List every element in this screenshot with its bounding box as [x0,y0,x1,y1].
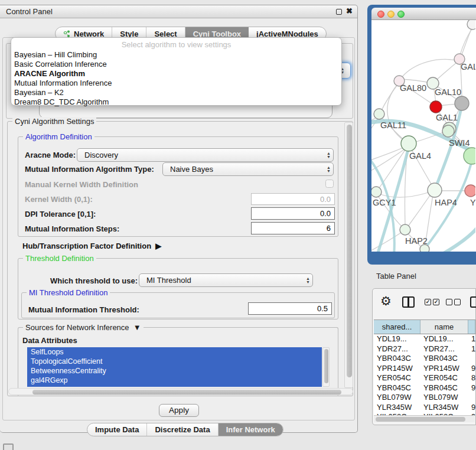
algorithm-option[interactable]: Dream8 DC_TDC Algorithm [11,97,341,107]
node-label: HAP2 [405,236,428,246]
network-view-window: GALGAL80GAL10GAL1GAL11GAL4SWI4GCY1HAP4YH… [367,5,476,265]
table-cell[interactable]: YDL19... [374,334,420,344]
table-cell[interactable]: 9. [468,403,475,413]
table-cell[interactable]: YBL079W [420,393,468,403]
attribute-list-item-selected[interactable]: TopologicalCoefficient [27,357,322,366]
table-cell[interactable]: YBR043C [420,354,468,364]
network-edge[interactable] [371,233,401,252]
table-row[interactable]: YER054CYER054C8. [374,373,475,383]
network-node[interactable] [430,101,442,113]
dpi-tolerance-field[interactable]: 0.0 [251,207,335,220]
attribute-list-item-selected[interactable]: BetweennessCentrality [27,366,322,376]
deselect-all-icon[interactable] [454,299,461,305]
float-panel-icon[interactable] [336,9,342,15]
table-cell[interactable]: YER054C [374,373,420,383]
mi-steps-field[interactable]: 6 [251,222,335,234]
column-header[interactable] [468,320,475,334]
table-row[interactable]: YBR045CYBR045C9. [374,383,475,393]
table-icon[interactable] [470,296,476,308]
table-cell[interactable] [468,354,475,364]
gear-icon[interactable]: ⚙ [380,294,392,308]
apply-button[interactable]: Apply [159,404,199,417]
which-threshold-combobox[interactable]: MI Threshold ▲▼ [139,273,313,287]
close-window-icon[interactable] [377,11,384,18]
column-header[interactable]: shared... [374,320,420,334]
split-columns-icon[interactable] [402,296,415,308]
table-row[interactable]: YPR145WYPR145W9. [374,364,475,374]
network-canvas[interactable]: GALGAL80GAL10GAL1GAL11GAL4SWI4GCY1HAP4YH… [371,20,476,252]
table-cell[interactable]: 13 [468,334,475,344]
attribute-list-item-selected[interactable]: SelfLoops [27,347,322,357]
algorithm-option[interactable]: ARACNE Algorithm [11,69,341,79]
mi-type-combobox[interactable]: Naive Bayes ▲▼ [162,162,334,176]
disclosure-down-icon[interactable]: ▼ [131,323,141,332]
table-row[interactable]: YBR043CYBR043C [374,354,475,364]
network-node[interactable] [464,148,475,164]
table-cell[interactable]: 12 [468,344,475,354]
select-all-icon[interactable]: ✓ [433,299,439,305]
network-edge[interactable] [435,60,459,81]
algorithm-option[interactable]: Bayesian – Hill Climbing [11,50,341,60]
table-cell[interactable]: YLR345W [420,403,468,413]
table-row[interactable]: YDL19...YDL19...13 [374,334,475,344]
network-node[interactable] [371,187,382,197]
table-cell[interactable] [468,393,475,403]
network-edge[interactable] [371,147,405,162]
tab-discretize-data[interactable]: Discretize Data [147,423,218,436]
minimized-panel-icon[interactable] [3,444,14,450]
table-cell[interactable]: 9. [468,383,475,393]
network-node[interactable] [401,136,416,151]
table-row[interactable]: YLR345WYLR345W9. [374,403,475,413]
table-cell[interactable]: YDR27... [374,344,420,354]
network-node[interactable] [442,125,454,137]
table-cell[interactable]: YLR345W [374,403,420,413]
table-cell[interactable]: YBR045C [420,383,468,393]
tab-impute-data[interactable]: Impute Data [87,423,147,436]
close-panel-icon[interactable]: ✖ [346,6,353,15]
table-cell[interactable]: YER054C [420,373,468,383]
table-cell[interactable]: 8. [468,373,475,383]
settings-horizontal-scrollbar[interactable] [8,388,353,395]
network-node[interactable] [428,183,442,197]
tab-infer-network[interactable]: Infer Network [219,423,283,436]
settings-vertical-scrollbar[interactable] [344,122,353,388]
table-cell[interactable]: YDL19... [420,334,468,344]
table-cell[interactable]: 9. [468,364,475,374]
deselect-all-icon[interactable] [446,299,452,305]
network-node[interactable] [465,185,475,197]
aracne-mode-label: Aracne Mode: [25,151,76,159]
network-edge[interactable] [402,79,430,83]
minimize-window-icon[interactable] [387,11,395,18]
node-label: GAL11 [380,120,406,130]
aracne-mode-combobox[interactable]: Discovery ▲▼ [77,148,334,162]
attribute-list-item-selected[interactable]: gal4RGexp [27,376,322,385]
network-edge[interactable] [408,194,431,226]
hub-definition-disclosure[interactable]: Hub/Transcription Factor Definition ▶ [22,242,161,250]
network-node[interactable] [400,224,410,235]
table-horizontal-scrollbar[interactable] [374,415,475,422]
table-row[interactable]: YDR27...YDR27...12 [374,344,475,354]
mi-threshold-field[interactable]: 0.5 [248,302,332,315]
table-cell[interactable]: YPR145W [420,364,468,374]
data-attributes-list[interactable]: SelfLoopsTopologicalCoefficientBetweenne… [27,347,322,387]
select-all-icon[interactable]: ✓ [425,299,431,305]
algorithm-option[interactable]: Bayesian – K2 [11,88,341,97]
app-screen: Control Panel ✖ ▲▼ NetworkStyleSelectCyn… [0,0,476,450]
table-cell[interactable]: YBR043C [374,354,420,364]
table-cell[interactable]: YPR145W [374,364,420,374]
algorithm-option[interactable]: Basic Correlation Inference [11,60,341,69]
table-row[interactable]: YBL079WYBL079W [374,393,475,403]
network-node[interactable] [455,96,469,110]
network-edge-highlighted[interactable] [433,229,475,252]
table-cell[interactable]: YBR045C [374,383,420,393]
zoom-window-icon[interactable] [397,11,405,18]
table-cell[interactable]: YDR27... [420,344,468,354]
attribute-list-scrollbar[interactable] [322,347,330,387]
network-node[interactable] [467,20,475,30]
algorithm-option[interactable]: Mutual Information Inference [11,79,341,88]
mi-threshold-label: Mutual Information Threshold: [28,305,139,314]
node-label: SWI4 [449,138,470,148]
table-cell[interactable]: YBL079W [374,393,420,403]
column-header[interactable]: name [420,320,468,334]
network-node[interactable] [374,109,384,119]
